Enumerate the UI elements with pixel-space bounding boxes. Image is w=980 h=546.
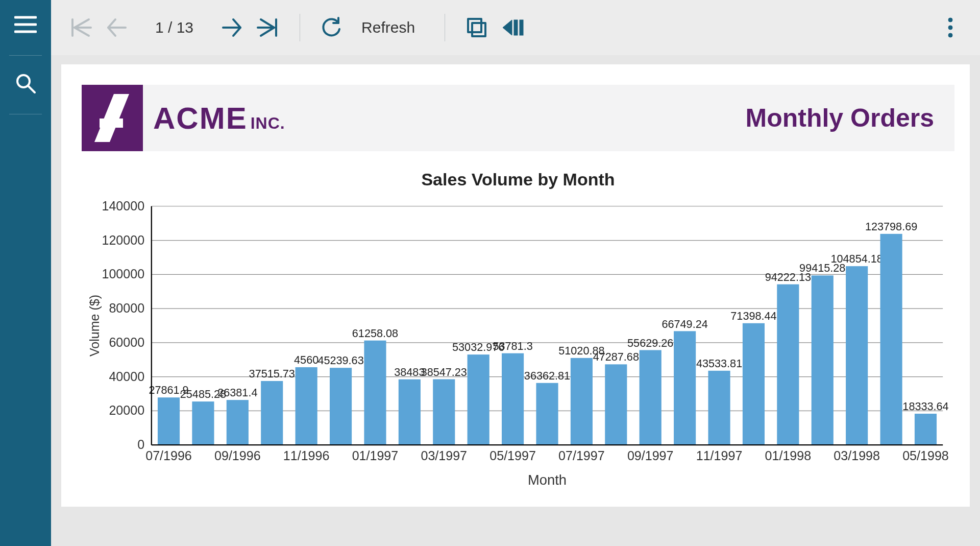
svg-rect-12 <box>472 23 485 36</box>
chevron-right-icon <box>221 16 243 39</box>
x-tick-label: 09/1997 <box>627 448 674 463</box>
data-label: 4560 <box>294 353 318 366</box>
svg-text:80000: 80000 <box>109 301 144 315</box>
svg-point-17 <box>948 26 952 30</box>
bar <box>433 379 455 445</box>
bar <box>708 371 730 445</box>
bar <box>605 364 627 445</box>
x-tick-label: 11/1997 <box>696 448 743 463</box>
sidebar-divider <box>9 55 42 56</box>
svg-rect-20 <box>100 118 123 128</box>
toolbar: 1 / 13 Refresh <box>51 0 980 55</box>
bar <box>571 358 593 445</box>
next-page-button[interactable] <box>217 12 248 43</box>
data-label: 43533.81 <box>696 357 742 370</box>
bar <box>777 284 799 445</box>
report-title: Monthly Orders <box>746 103 934 133</box>
x-tick-label: 01/1997 <box>352 448 399 463</box>
svg-text:40000: 40000 <box>109 369 144 384</box>
svg-marker-13 <box>503 20 512 35</box>
toolbar-divider <box>300 14 300 41</box>
data-label: 38547.23 <box>421 366 467 378</box>
parameters-icon <box>501 18 524 37</box>
toolbar-divider <box>445 14 445 41</box>
bar <box>880 234 902 445</box>
svg-rect-11 <box>468 19 481 32</box>
report-viewport[interactable]: ACME INC. Monthly Orders Sales Volume by… <box>51 55 980 546</box>
main-area: 1 / 13 Refresh <box>51 0 980 546</box>
bar <box>674 331 696 445</box>
x-tick-label: 11/1996 <box>283 448 330 463</box>
brand-text: ACME INC. <box>153 101 285 136</box>
menu-toggle-button[interactable] <box>10 9 41 40</box>
bar <box>812 275 834 445</box>
x-tick-label: 07/1997 <box>558 448 605 463</box>
svg-rect-15 <box>520 20 523 35</box>
logo-icon <box>89 90 135 146</box>
first-page-button[interactable] <box>65 12 96 43</box>
svg-text:0: 0 <box>137 437 144 452</box>
chevron-left-icon <box>105 16 128 39</box>
bar <box>296 367 317 445</box>
svg-marker-19 <box>94 94 129 142</box>
svg-point-16 <box>948 18 952 22</box>
x-axis-label: Month <box>528 472 567 488</box>
sidebar <box>0 0 51 546</box>
data-label: 61258.08 <box>352 327 398 340</box>
data-label: 47287.68 <box>593 350 639 363</box>
x-tick-label: 05/1997 <box>489 448 536 463</box>
chart-container: Sales Volume by Month 020000400006000080… <box>82 170 954 491</box>
svg-rect-14 <box>514 20 518 35</box>
report-header: ACME INC. Monthly Orders <box>82 85 954 151</box>
x-tick-label: 09/1996 <box>214 448 261 463</box>
data-label: 53781.3 <box>493 340 532 352</box>
data-label: 71398.44 <box>730 310 776 322</box>
bar <box>399 379 421 445</box>
svg-text:60000: 60000 <box>109 335 144 349</box>
export-icon <box>465 16 488 39</box>
search-button[interactable] <box>10 68 41 99</box>
sidebar-divider <box>9 114 42 114</box>
refresh-icon <box>321 17 342 38</box>
bar <box>743 323 765 445</box>
data-label: 123798.69 <box>865 220 917 233</box>
svg-line-4 <box>29 86 35 92</box>
hamburger-icon <box>14 16 37 33</box>
bar <box>468 354 489 445</box>
x-tick-label: 07/1996 <box>145 448 192 463</box>
data-label: 36362.81 <box>524 369 570 382</box>
data-label: 66749.24 <box>662 318 707 330</box>
export-button[interactable] <box>461 12 492 43</box>
data-label: 37515.73 <box>249 367 295 380</box>
first-page-icon <box>69 16 92 39</box>
data-label: 38483 <box>394 366 425 378</box>
bar <box>502 353 524 445</box>
svg-point-3 <box>17 75 30 87</box>
refresh-button[interactable] <box>316 12 347 43</box>
bar <box>330 368 352 445</box>
bar <box>227 400 249 445</box>
toggle-parameters-button[interactable] <box>497 12 528 43</box>
kebab-icon <box>948 17 953 38</box>
y-axis-label: Volume ($) <box>87 295 102 357</box>
last-page-button[interactable] <box>253 12 283 43</box>
more-options-button[interactable] <box>935 12 966 43</box>
svg-text:100000: 100000 <box>102 267 144 281</box>
page-indicator: 1 / 13 <box>155 19 193 36</box>
bar <box>846 266 868 445</box>
svg-text:140000: 140000 <box>102 199 144 213</box>
svg-text:20000: 20000 <box>109 403 144 417</box>
brand-logo <box>82 85 143 151</box>
x-tick-label: 01/1998 <box>765 448 812 463</box>
chart-title: Sales Volume by Month <box>82 170 954 189</box>
bar-chart: 0200004000060000800001000001200001400002… <box>82 195 954 491</box>
brand-suffix: INC. <box>251 114 285 133</box>
x-tick-label: 03/1998 <box>834 448 880 463</box>
data-label: 55629.26 <box>627 337 673 349</box>
x-tick-label: 05/1998 <box>902 448 949 463</box>
refresh-label[interactable]: Refresh <box>361 19 415 36</box>
data-label: 18333.64 <box>902 400 948 413</box>
search-icon <box>15 73 36 93</box>
data-label: 104854.18 <box>831 252 883 265</box>
prev-page-button[interactable] <box>101 12 132 43</box>
